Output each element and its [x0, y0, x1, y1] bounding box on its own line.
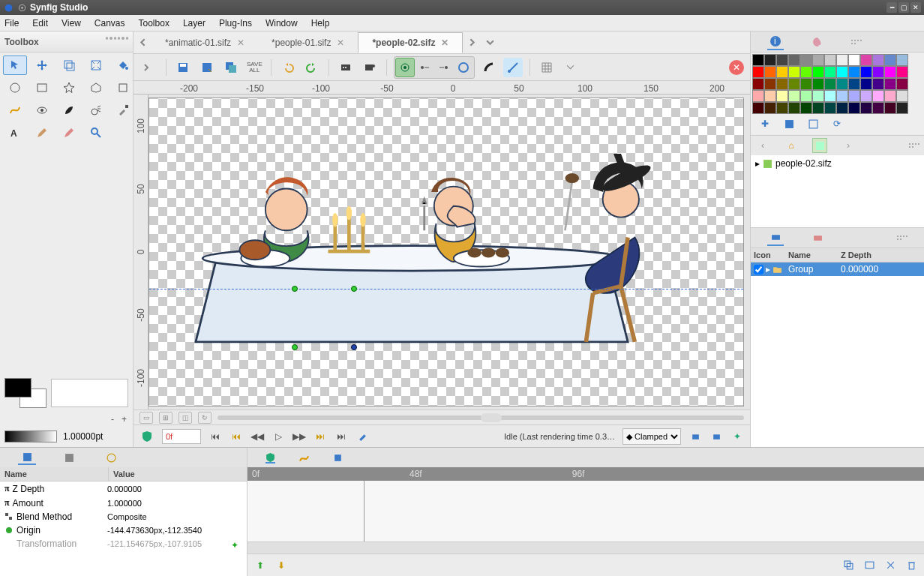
step-forward-icon[interactable]: ▶▶	[292, 430, 306, 443]
palette-swatch[interactable]	[896, 90, 908, 102]
param-row[interactable]: πZ Depth0.000000	[0, 482, 247, 496]
tool-circle[interactable]	[3, 78, 27, 98]
palette-swatch[interactable]	[752, 54, 764, 66]
palette-swatch[interactable]	[812, 54, 824, 66]
palette-swatch[interactable]	[836, 102, 848, 114]
preview-icon[interactable]	[360, 58, 380, 77]
timeline-ruler[interactable]: 0f 48f 96f	[248, 467, 924, 481]
param-row[interactable]: Blend MethodComposite	[0, 510, 247, 524]
palette-save-icon[interactable]	[782, 117, 796, 130]
prev-keyframe-icon[interactable]: ⏮	[230, 430, 243, 443]
layer-raise-icon[interactable]: ⬆	[254, 559, 267, 572]
nav-back-icon[interactable]: ‹	[755, 138, 770, 153]
timebar-slider[interactable]	[218, 416, 744, 420]
tree-expand-icon[interactable]: ▸	[755, 158, 760, 169]
palette-swatch[interactable]	[836, 78, 848, 90]
panel-grip[interactable]	[106, 37, 128, 47]
tool-text[interactable]: A	[3, 123, 27, 142]
seek-start-icon[interactable]: ⏮	[208, 430, 222, 443]
size-decrease[interactable]: -	[111, 414, 114, 424]
tab-palette-icon[interactable]	[809, 34, 826, 50]
palette-swatch[interactable]	[776, 66, 788, 78]
layer-row[interactable]: ▸ Group 0.000000	[751, 262, 924, 276]
layers-tab-layers-icon[interactable]	[767, 230, 784, 246]
palette-swatch[interactable]	[848, 54, 860, 66]
cancel-render-button[interactable]: ✕	[729, 60, 744, 75]
menu-file[interactable]: File	[4, 18, 19, 28]
palette-swatch[interactable]	[824, 102, 836, 114]
render-icon[interactable]	[336, 58, 356, 77]
palette-swatch[interactable]	[788, 102, 800, 114]
menu-canvas[interactable]: Canvas	[94, 18, 125, 28]
tool-pencil[interactable]	[30, 123, 54, 142]
tab-0-close[interactable]: ✕	[237, 38, 244, 48]
nav-canvas-icon[interactable]	[812, 138, 827, 153]
palette-swatch[interactable]	[884, 54, 896, 66]
line-mode-icon[interactable]	[503, 58, 523, 77]
palette-swatch[interactable]	[788, 90, 800, 102]
layer-expand-icon[interactable]: ▸	[766, 264, 770, 274]
minimize-button[interactable]: ━	[886, 2, 897, 13]
palette-swatch[interactable]	[800, 102, 812, 114]
play-icon[interactable]: ▷	[272, 430, 285, 443]
tool-warp[interactable]	[84, 56, 108, 75]
palette-swatch[interactable]	[764, 90, 776, 102]
tab-0[interactable]: *animatic-01.sifz✕	[152, 33, 258, 52]
grid-menu-icon[interactable]	[561, 58, 580, 77]
palette-swatch[interactable]	[836, 66, 848, 78]
save-as-icon[interactable]	[197, 58, 217, 77]
palette-swatch[interactable]	[872, 102, 884, 114]
palette-swatch[interactable]	[752, 78, 764, 90]
params-tab-params-icon[interactable]	[18, 450, 36, 465]
save-icon[interactable]	[173, 58, 193, 77]
seek-end-icon[interactable]: ⏭	[334, 430, 348, 443]
next-keyframe-icon[interactable]: ⏭	[314, 430, 327, 443]
palette-swatch[interactable]	[836, 54, 848, 66]
layer-cut-icon[interactable]	[884, 559, 897, 572]
palette-refresh-icon[interactable]: ⟳	[830, 117, 844, 130]
tool-brush[interactable]	[57, 100, 81, 120]
animate-mode-icon[interactable]: ✦	[730, 430, 744, 443]
close-button[interactable]: ✕	[910, 2, 921, 13]
palette-swatch[interactable]	[824, 66, 836, 78]
tool-polygon[interactable]	[84, 78, 108, 98]
layer-visibility-checkbox[interactable]	[754, 265, 764, 274]
size-increase[interactable]: +	[122, 414, 127, 424]
tool-spray[interactable]	[84, 100, 108, 120]
timeline-scrollbar[interactable]	[248, 542, 924, 554]
palette-swatch[interactable]	[752, 66, 764, 78]
undo-icon[interactable]	[278, 58, 298, 77]
tab-1[interactable]: *people-01.sifz✕	[258, 33, 358, 52]
palette-swatch[interactable]	[872, 66, 884, 78]
palette-swatch[interactable]	[764, 78, 776, 90]
timeline-cursor[interactable]	[364, 481, 364, 542]
timeline-tab-curves-icon[interactable]	[299, 453, 309, 463]
timeline-body[interactable]	[248, 481, 924, 542]
brush-toggle-icon[interactable]	[356, 430, 369, 443]
palette-swatch[interactable]	[752, 102, 764, 114]
palette-open-icon[interactable]	[806, 117, 820, 130]
timeline-tab-timetrack-icon[interactable]	[266, 452, 275, 464]
menu-layer[interactable]: Layer	[183, 18, 206, 28]
tool-rect[interactable]	[30, 78, 54, 98]
panel-grip[interactable]	[909, 143, 920, 148]
tab-2[interactable]: *people-02.sifz✕	[358, 32, 463, 53]
palette-swatch[interactable]	[776, 54, 788, 66]
params-col-value[interactable]: Value	[109, 467, 140, 481]
palette-swatch[interactable]	[800, 78, 812, 90]
palette-swatch[interactable]	[884, 102, 896, 114]
layers-col-name[interactable]: Name	[785, 248, 838, 262]
palette-swatch[interactable]	[848, 66, 860, 78]
tool-picker[interactable]	[111, 100, 135, 120]
panel-grip[interactable]	[851, 40, 862, 44]
palette-swatch[interactable]	[776, 90, 788, 102]
palette-add-icon[interactable]: ✚	[758, 117, 772, 130]
param-row[interactable]: Origin-144.473630px,-112.3540	[0, 524, 247, 537]
keyframe-lock-next-icon[interactable]	[710, 430, 723, 443]
layer-duplicate-icon[interactable]	[842, 559, 855, 572]
palette-swatch[interactable]	[848, 102, 860, 114]
palette-swatch[interactable]	[764, 66, 776, 78]
palette-swatch[interactable]	[788, 54, 800, 66]
redo-icon[interactable]	[302, 58, 322, 77]
palette-swatch[interactable]	[752, 90, 764, 102]
